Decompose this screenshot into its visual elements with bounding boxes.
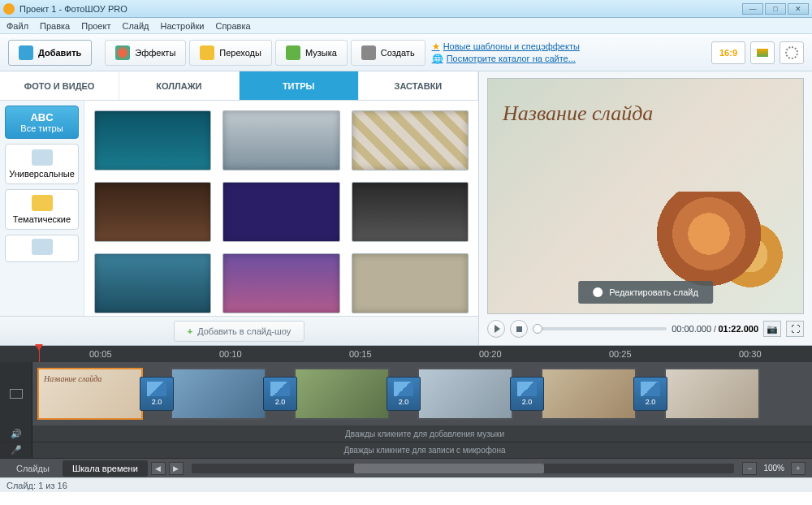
sidebar-item-label: Все титры — [9, 123, 75, 133]
mic-track[interactable]: 🎤 Дважды кликните для записи с микрофона — [0, 442, 812, 458]
sidebar-item-thematic[interactable]: Тематические — [5, 189, 79, 230]
status-bar: Слайд: 1 из 16 — [0, 477, 812, 492]
title-thumb[interactable] — [352, 253, 469, 313]
create-button[interactable]: Создать — [351, 40, 425, 66]
transition[interactable]: 2.0 — [263, 377, 297, 411]
tab-timeline-view[interactable]: Шкала времени — [63, 460, 148, 477]
menubar: Файл Правка Проект Слайд Настройки Справ… — [0, 18, 812, 34]
title-thumb[interactable] — [352, 110, 469, 170]
title-thumb[interactable] — [94, 182, 211, 242]
music-track-header[interactable]: 🔊 — [0, 425, 32, 442]
tab-photo-video[interactable]: ФОТО И ВИДЕО — [0, 71, 119, 100]
add-button[interactable]: Добавить — [8, 40, 92, 66]
music-track[interactable]: 🔊 Дважды кликните для добавления музыки — [0, 425, 812, 442]
transition[interactable]: 2.0 — [140, 377, 174, 411]
zoom-out-button[interactable]: − — [742, 462, 757, 475]
fullscreen-button[interactable]: ⛶ — [786, 321, 804, 337]
transition[interactable]: 2.0 — [510, 377, 544, 411]
minimize-button[interactable]: — — [742, 3, 763, 15]
tab-collages[interactable]: КОЛЛАЖИ — [119, 71, 239, 100]
sidebar-item-universal[interactable]: Универсальные — [5, 144, 79, 184]
transition[interactable]: 2.0 — [387, 377, 421, 411]
tab-titles[interactable]: ТИТРЫ — [240, 71, 359, 100]
stop-button[interactable] — [510, 320, 528, 338]
menu-project[interactable]: Проект — [81, 21, 110, 31]
scroll-left-button[interactable]: ◀ — [151, 462, 166, 475]
time-ruler[interactable]: 00:05 00:10 00:15 00:20 00:25 00:30 — [0, 346, 812, 362]
timeline-clip[interactable] — [417, 368, 513, 420]
timecode: 00:00.000 / 01:22.000 — [672, 324, 758, 334]
video-track[interactable]: Название слайда 2.0 2.0 2.0 2.0 2.0 — [0, 362, 812, 425]
mic-track-header[interactable]: 🎤 — [0, 442, 32, 458]
sunset-icon — [757, 49, 768, 57]
timeline-clip[interactable] — [664, 368, 760, 420]
snapshot-button[interactable]: 📷 — [763, 321, 781, 337]
menu-help[interactable]: Справка — [215, 21, 250, 31]
palette-icon — [115, 45, 130, 60]
abc-small-icon — [32, 239, 53, 255]
sidebar-item-all-titles[interactable]: ABC Все титры — [5, 106, 79, 139]
promo-templates-link[interactable]: ★Новые шаблоны и спецэффекты — [432, 41, 580, 52]
settings-button[interactable] — [780, 41, 804, 64]
transition-icon — [147, 382, 166, 396]
gift-icon — [32, 195, 53, 211]
seek-slider[interactable] — [533, 327, 667, 330]
play-button[interactable] — [487, 320, 505, 338]
timeline-clip[interactable] — [294, 368, 390, 420]
title-thumb[interactable] — [352, 182, 469, 242]
toolbar: Добавить Эффекты Переходы Музыка Создать… — [0, 34, 812, 71]
title-thumb[interactable] — [222, 182, 339, 242]
menu-slide[interactable]: Слайд — [122, 21, 149, 31]
scroll-right-button[interactable]: ▶ — [169, 462, 184, 475]
scrollbar-thumb[interactable] — [354, 464, 544, 473]
playhead[interactable] — [39, 346, 40, 362]
transition-icon — [394, 382, 413, 396]
menu-settings[interactable]: Настройки — [161, 21, 205, 31]
timeline-clip[interactable] — [171, 368, 266, 420]
sidebar-item-more[interactable] — [5, 235, 79, 262]
sidebar-item-label: Универсальные — [9, 169, 75, 179]
transition[interactable]: 2.0 — [633, 377, 667, 411]
theme-button[interactable] — [750, 41, 775, 64]
timeline-clip[interactable]: Название слайда — [37, 368, 143, 420]
note-icon — [286, 45, 300, 60]
effects-button[interactable]: Эффекты — [105, 40, 186, 66]
transition-icon — [641, 382, 660, 396]
title-thumb[interactable] — [222, 110, 339, 170]
star-icon: ★ — [432, 41, 440, 52]
titles-sidebar: ABC Все титры Универсальные Тематические — [0, 101, 84, 316]
transitions-button[interactable]: Переходы — [189, 40, 272, 66]
aspect-ratio-button[interactable]: 16:9 — [711, 41, 745, 64]
seek-handle[interactable] — [533, 324, 542, 334]
camera-icon: 📷 — [767, 324, 778, 335]
tab-intros[interactable]: ЗАСТАВКИ — [359, 71, 478, 100]
promo-catalog-link[interactable]: 🌐Посмотрите каталог на сайте... — [432, 54, 580, 64]
timeline-clip[interactable] — [541, 368, 637, 420]
music-button[interactable]: Музыка — [275, 40, 348, 66]
edit-slide-button[interactable]: Редактировать слайд — [578, 281, 713, 304]
slide-title-text: Название слайда — [503, 101, 653, 126]
title-thumb[interactable] — [222, 253, 339, 313]
filmstrip-icon — [10, 389, 23, 399]
close-button[interactable]: ✕ — [788, 3, 809, 15]
titlebar: Проект 1 - ФотоШОУ PRO — □ ✕ — [0, 0, 812, 18]
stop-icon — [516, 326, 522, 332]
titles-grid[interactable] — [84, 101, 478, 316]
video-track-header[interactable] — [0, 362, 32, 425]
add-to-slideshow-button[interactable]: + Добавить в слайд-шоу — [174, 321, 305, 342]
menu-edit[interactable]: Правка — [40, 21, 70, 31]
menu-file[interactable]: Файл — [6, 21, 28, 31]
maximize-button[interactable]: □ — [765, 3, 786, 15]
transition-icon — [270, 382, 290, 396]
mic-icon: 🎤 — [11, 445, 22, 455]
title-thumb[interactable] — [94, 253, 211, 313]
plus-icon: + — [188, 326, 192, 336]
app-icon — [3, 3, 15, 15]
zoom-in-button[interactable]: + — [791, 462, 806, 475]
tab-slides-view[interactable]: Слайды — [6, 460, 59, 477]
star-icon — [200, 45, 214, 60]
title-thumb[interactable] — [94, 110, 211, 170]
timeline-scrollbar[interactable] — [192, 464, 735, 473]
camera-icon — [19, 45, 33, 60]
preview-viewport[interactable]: Название слайда Редактировать слайд — [487, 78, 804, 314]
